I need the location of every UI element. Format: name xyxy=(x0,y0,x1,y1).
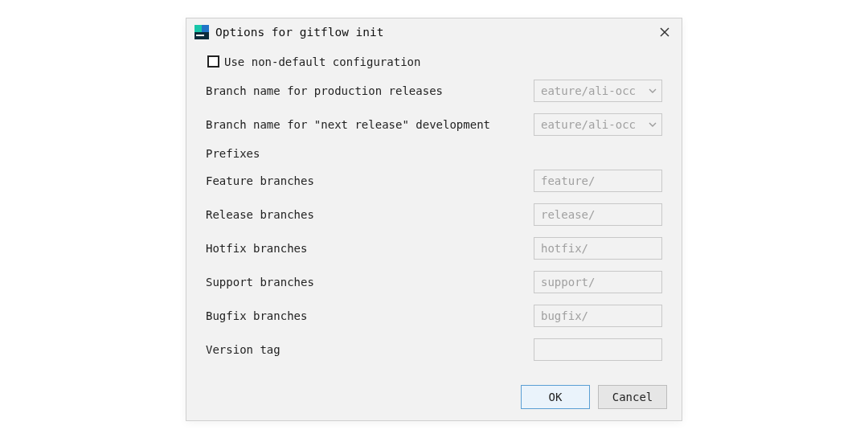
use-non-default-checkbox-row: Use non-default configuration xyxy=(207,55,662,68)
chevron-down-icon xyxy=(649,122,657,127)
hotfix-prefix-label: Hotfix branches xyxy=(206,242,307,255)
release-prefix-input[interactable] xyxy=(534,203,662,226)
dialog-window: Options for gitflow init Use non-default… xyxy=(186,18,682,421)
production-branch-select[interactable]: eature/ali-occ xyxy=(534,80,662,102)
titlebar: Options for gitflow init xyxy=(186,18,682,44)
support-prefix-row: Support branches xyxy=(206,271,662,293)
version-tag-label: Version tag xyxy=(206,343,280,356)
support-prefix-input[interactable] xyxy=(534,271,662,293)
production-branch-label: Branch name for production releases xyxy=(206,84,443,97)
use-non-default-label[interactable]: Use non-default configuration xyxy=(224,55,420,68)
feature-prefix-row: Feature branches xyxy=(206,170,662,192)
cancel-button[interactable]: Cancel xyxy=(598,385,667,409)
production-branch-row: Branch name for production releases eatu… xyxy=(206,80,662,102)
app-icon xyxy=(194,25,209,39)
version-tag-row: Version tag xyxy=(206,338,662,361)
bugfix-prefix-input[interactable] xyxy=(534,305,662,327)
ok-button[interactable]: OK xyxy=(521,385,590,409)
bugfix-prefix-row: Bugfix branches xyxy=(206,305,662,327)
svg-rect-3 xyxy=(196,35,204,36)
close-icon xyxy=(660,27,669,37)
release-prefix-row: Release branches xyxy=(206,203,662,226)
support-prefix-label: Support branches xyxy=(206,276,314,289)
button-row: OK Cancel xyxy=(186,377,682,420)
version-tag-input[interactable] xyxy=(534,338,662,361)
next-release-branch-select[interactable]: eature/ali-occ xyxy=(534,113,662,136)
bugfix-prefix-label: Bugfix branches xyxy=(206,309,307,322)
feature-prefix-label: Feature branches xyxy=(206,174,314,187)
next-release-branch-row: Branch name for "next release" developme… xyxy=(206,113,662,136)
chevron-down-icon xyxy=(649,88,657,93)
feature-prefix-input[interactable] xyxy=(534,170,662,192)
production-branch-value: eature/ali-occ xyxy=(541,84,644,97)
release-prefix-label: Release branches xyxy=(206,208,314,221)
use-non-default-checkbox[interactable] xyxy=(207,55,219,68)
next-release-branch-label: Branch name for "next release" developme… xyxy=(206,118,490,131)
hotfix-prefix-row: Hotfix branches xyxy=(206,237,662,260)
close-button[interactable] xyxy=(657,25,672,39)
dialog-title: Options for gitflow init xyxy=(215,26,657,39)
prefixes-section-label: Prefixes xyxy=(206,147,662,160)
dialog-content: Use non-default configuration Branch nam… xyxy=(186,44,682,377)
next-release-branch-value: eature/ali-occ xyxy=(541,118,644,131)
svg-rect-1 xyxy=(194,25,202,32)
svg-rect-2 xyxy=(202,25,209,32)
hotfix-prefix-input[interactable] xyxy=(534,237,662,260)
